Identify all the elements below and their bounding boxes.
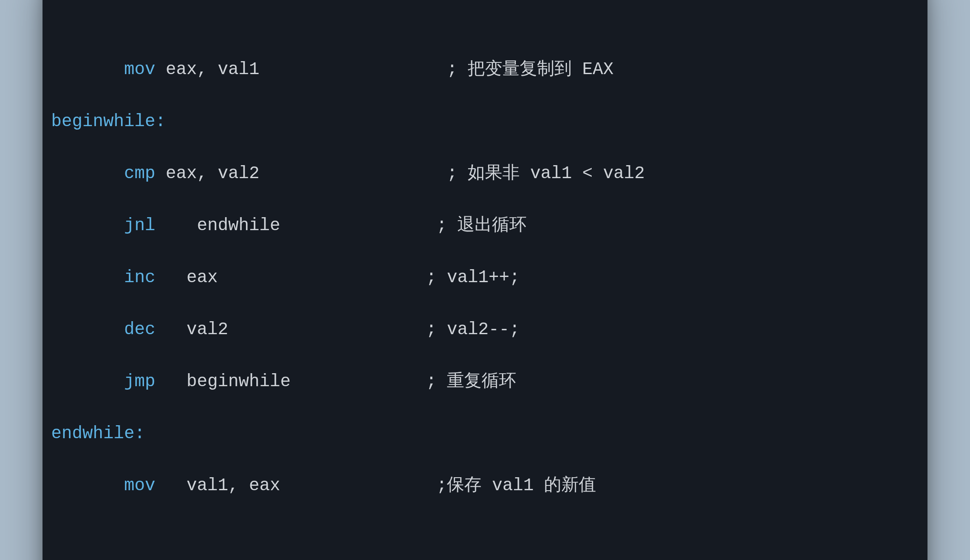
operands: val2 (187, 320, 228, 339)
indent (51, 476, 124, 495)
gap (155, 476, 187, 495)
gap (155, 164, 166, 183)
operands: eax, val1 (166, 60, 259, 79)
mnemonic: inc (124, 268, 155, 287)
gap (155, 372, 187, 391)
mnemonic: jnl (124, 216, 155, 235)
indent (51, 60, 124, 79)
indent (51, 216, 124, 235)
code-window: mov eax, val1 ; 把变量复制到 EAX beginwhile: c… (43, 0, 927, 560)
operands: eax, val2 (166, 164, 259, 183)
window-titlebar (43, 0, 927, 15)
code-line: endwhile: (51, 421, 919, 447)
code-line: jnl endwhile ; 退出循环 (51, 213, 919, 239)
code-line: mov eax, val1 ; 把变量复制到 EAX (51, 57, 919, 83)
gap (155, 216, 197, 235)
gap (155, 268, 187, 287)
label: beginwhile: (51, 112, 166, 131)
operands: endwhile (197, 216, 280, 235)
comment: ; val2--; (426, 320, 520, 339)
mnemonic: mov (124, 60, 155, 79)
code-line: beginwhile: (51, 109, 919, 135)
gap (155, 60, 166, 79)
mnemonic: jmp (124, 372, 155, 391)
indent (51, 268, 124, 287)
mnemonic: dec (124, 320, 155, 339)
comment: ; 把变量复制到 EAX (447, 60, 613, 79)
gap (259, 164, 447, 183)
comment: ; 如果非 val1 < val2 (447, 164, 645, 183)
operands: val1, eax (187, 476, 280, 495)
comment: ; 重复循环 (426, 372, 516, 391)
operands: beginwhile (187, 372, 291, 391)
gap (155, 320, 187, 339)
code-line: dec val2 ; val2--; (51, 317, 919, 343)
mnemonic: cmp (124, 164, 155, 183)
comment: ;保存 val1 的新值 (436, 476, 596, 495)
mnemonic: mov (124, 476, 155, 495)
code-line: mov val1, eax ;保存 val1 的新值 (51, 473, 919, 499)
code-line: jmp beginwhile ; 重复循环 (51, 369, 919, 395)
gap (280, 216, 436, 235)
indent (51, 164, 124, 183)
comment: ; val1++; (426, 268, 520, 287)
operands: eax (187, 268, 218, 287)
gap (259, 60, 447, 79)
gap (280, 476, 436, 495)
stage: mov eax, val1 ; 把变量复制到 EAX beginwhile: c… (0, 0, 970, 560)
code-block: mov eax, val1 ; 把变量复制到 EAX beginwhile: c… (43, 15, 927, 560)
gap (291, 372, 426, 391)
gap (228, 320, 426, 339)
comment: ; 退出循环 (436, 216, 527, 235)
label: endwhile: (51, 424, 145, 443)
gap (218, 268, 426, 287)
code-line: inc eax ; val1++; (51, 265, 919, 291)
indent (51, 320, 124, 339)
indent (51, 372, 124, 391)
code-line: cmp eax, val2 ; 如果非 val1 < val2 (51, 161, 919, 187)
